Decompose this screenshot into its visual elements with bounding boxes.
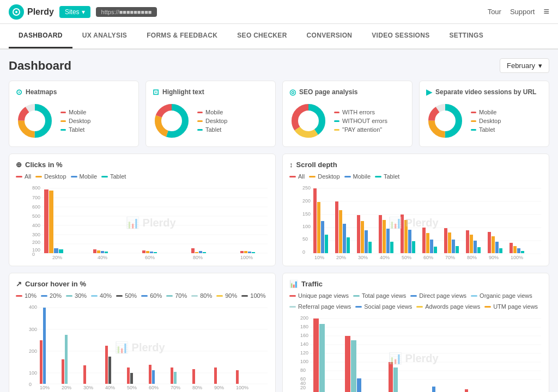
seo-icon: ◎	[289, 88, 296, 96]
legend-tablet: Tablet	[60, 126, 90, 133]
support-link[interactable]: Support	[510, 8, 535, 16]
chevron-down-icon: ▾	[82, 8, 85, 16]
svg-rect-46	[146, 251, 149, 253]
scroll-icon: ↕	[289, 161, 293, 169]
nav-video-sessions[interactable]: VIDEO SESSIONS	[362, 24, 439, 48]
svg-rect-50	[191, 248, 195, 253]
url-display: https://■■■■■■■■■	[96, 7, 157, 17]
svg-text:200: 200	[302, 198, 311, 204]
cursor-title: ↗ Cursor hover in %	[16, 280, 269, 288]
svg-text:50%: 50%	[402, 255, 411, 259]
svg-rect-74	[317, 202, 320, 253]
svg-rect-189	[465, 389, 468, 392]
svg-text:800: 800	[32, 185, 40, 191]
video-legend: Mobile Desktop Tablet	[471, 109, 501, 133]
svg-rect-81	[347, 237, 350, 253]
svg-rect-138	[65, 335, 68, 384]
svg-rect-121	[521, 251, 524, 253]
nav-forms-feedback[interactable]: FORMS & FEEDBACK	[137, 24, 227, 48]
highlight-legend: Mobile Desktop Tablet	[197, 109, 227, 133]
svg-text:40%: 40%	[380, 255, 390, 259]
heatmaps-card: ⊙ Heatmaps Mobile Desktop Tablet	[9, 81, 139, 147]
svg-text:10%: 10%	[314, 255, 324, 259]
svg-rect-186	[389, 362, 393, 392]
svg-text:30%: 30%	[83, 385, 93, 389]
svg-rect-149	[152, 370, 155, 384]
svg-text:200: 200	[300, 315, 308, 321]
svg-text:200: 200	[29, 348, 37, 354]
svg-rect-154	[192, 369, 195, 384]
highlight-text-title: ⊡ Highlight text	[153, 88, 269, 96]
svg-point-1	[15, 11, 17, 13]
page-title: Dashboard	[9, 59, 71, 73]
video-sessions-card: ▶ Separate video sessions by URL Mobile …	[419, 81, 549, 147]
nav-dashboard[interactable]: DASHBOARD	[9, 24, 72, 48]
svg-text:60%: 60%	[145, 255, 155, 259]
svg-text:50: 50	[302, 236, 308, 242]
svg-rect-111	[477, 247, 481, 253]
clicks-chart: ⊕ Clicks in % All Desktop Mobile Tablet …	[9, 154, 276, 266]
svg-text:20: 20	[300, 385, 306, 390]
svg-text:80%: 80%	[467, 255, 477, 259]
main-content: Dashboard February ▾ ⊙ Heatmaps Mobile	[0, 50, 558, 392]
legend-desktop: Desktop	[60, 118, 90, 124]
svg-text:20%: 20%	[62, 385, 71, 389]
month-select[interactable]: February ▾	[500, 58, 549, 73]
svg-rect-118	[510, 243, 513, 253]
svg-rect-99	[426, 233, 429, 253]
cards-row: ⊙ Heatmaps Mobile Desktop Tablet	[9, 81, 549, 147]
svg-text:90%: 90%	[214, 385, 224, 389]
svg-rect-110	[474, 241, 477, 253]
svg-text:100%: 100%	[240, 255, 253, 259]
svg-rect-55	[240, 251, 244, 253]
svg-text:70%: 70%	[445, 255, 455, 259]
svg-rect-158	[236, 370, 239, 384]
clicks-title: ⊕ Clicks in %	[16, 161, 269, 169]
svg-rect-37	[54, 248, 58, 253]
svg-rect-56	[244, 251, 247, 253]
seo-title: ◎ SEO page analysis	[289, 88, 405, 96]
traffic-chart-area: 200 180 160 140 120 100 80 60 40 20 0	[289, 313, 542, 392]
svg-rect-151	[171, 367, 173, 384]
svg-rect-86	[368, 242, 372, 253]
nav-ux-analysis[interactable]: UX ANALYSIS	[72, 24, 137, 48]
svg-text:📊 Plerdy: 📊 Plerdy	[115, 341, 166, 354]
nav-settings[interactable]: SETTINGS	[440, 24, 493, 48]
nav-seo-checker[interactable]: SEO CHECKER	[227, 24, 296, 48]
svg-rect-42	[101, 251, 104, 253]
svg-rect-35	[44, 189, 48, 253]
svg-rect-43	[105, 252, 108, 253]
svg-rect-58	[252, 252, 255, 253]
svg-rect-95	[408, 230, 411, 253]
svg-text:120: 120	[300, 350, 308, 356]
sites-button[interactable]: Sites ▾	[59, 6, 90, 18]
svg-text:160: 160	[300, 333, 308, 338]
nav-conversion[interactable]: CONVERSION	[297, 24, 362, 48]
seo-body: WITH errors WITHOUT errors "PAY attentio…	[289, 102, 405, 140]
svg-rect-53	[203, 252, 206, 253]
svg-text:100: 100	[302, 224, 311, 229]
svg-rect-36	[49, 191, 53, 253]
scroll-svg: 250 200 150 100 50 0	[289, 183, 542, 259]
tour-link[interactable]: Tour	[488, 8, 501, 16]
svg-rect-52	[199, 251, 202, 253]
svg-text:100%: 100%	[511, 255, 523, 259]
svg-rect-152	[174, 372, 177, 384]
svg-rect-78	[335, 201, 338, 253]
svg-text:100: 100	[29, 370, 37, 376]
svg-text:0: 0	[32, 252, 35, 257]
svg-rect-100	[430, 240, 433, 253]
svg-rect-156	[214, 367, 217, 384]
svg-rect-45	[142, 250, 145, 253]
clicks-legend: All Desktop Mobile Tablet	[16, 173, 269, 180]
svg-text:40%: 40%	[105, 385, 115, 389]
svg-rect-185	[357, 378, 361, 392]
traffic-legend: Unique page views Total page views Direc…	[289, 292, 542, 310]
menu-button[interactable]: ≡	[543, 6, 549, 17]
heatmaps-body: Mobile Desktop Tablet	[16, 102, 132, 140]
svg-text:300: 300	[29, 327, 37, 332]
svg-rect-115	[495, 242, 499, 253]
clicks-svg: 800 700 600 500 400 300 200 100 0	[16, 183, 269, 259]
svg-rect-137	[62, 359, 64, 384]
svg-rect-181	[313, 318, 319, 392]
